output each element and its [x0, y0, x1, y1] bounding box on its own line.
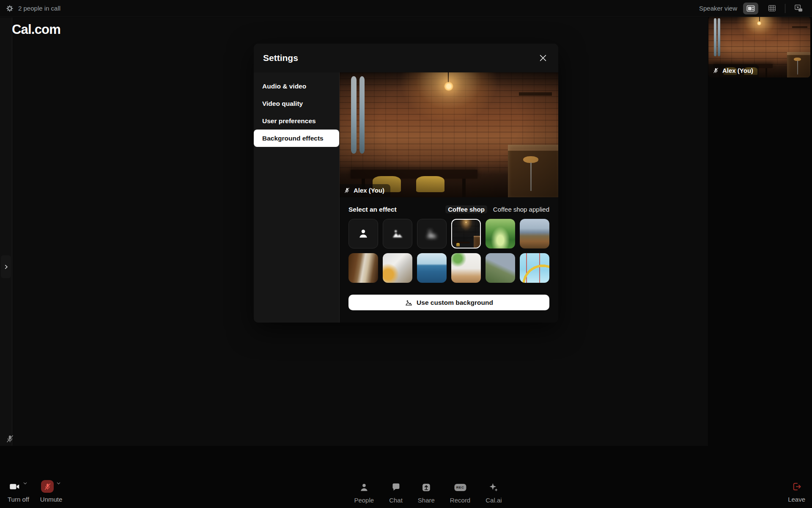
leave-icon — [791, 481, 802, 492]
blurred-image-icon — [391, 227, 404, 240]
speaker-view-toggle[interactable] — [743, 3, 758, 14]
settings-nav: Audio & video Video quality User prefere… — [254, 72, 340, 323]
chat-button-label: Chat — [389, 497, 403, 504]
chat-button[interactable]: Chat — [389, 480, 403, 504]
grid-view-toggle[interactable] — [764, 3, 779, 14]
sparkles-icon — [488, 482, 499, 493]
effect-none[interactable] — [348, 219, 378, 248]
tab-background-effects[interactable]: Background effects — [254, 130, 339, 147]
chevron-down-icon[interactable] — [56, 480, 61, 486]
record-button-label: Record — [450, 497, 470, 504]
muted-mic-icon — [44, 483, 52, 491]
chat-icon — [391, 482, 401, 492]
mic-muted-button[interactable] — [41, 480, 54, 493]
mic-control[interactable]: Unmute — [40, 480, 63, 503]
use-custom-background-button[interactable]: Use custom background — [348, 295, 549, 310]
camera-icon — [9, 481, 20, 492]
effect-hills[interactable] — [520, 219, 549, 248]
tab-video-quality[interactable]: Video quality — [254, 95, 339, 112]
self-video-preview: Alex (You) — [340, 72, 558, 197]
camera-control[interactable]: Turn off — [8, 480, 29, 503]
blurred-image-icon — [425, 227, 438, 240]
picture-in-picture-icon — [794, 3, 804, 13]
video-call-app: 2 people in call Speaker view Cal.com — [0, 0, 812, 508]
self-view-tile[interactable]: Alex (You) — [708, 17, 810, 77]
leave-call-button[interactable]: Leave — [788, 480, 805, 503]
speaker-view-icon — [746, 4, 755, 13]
call-actions-group: People Chat Share REC Record — [354, 480, 502, 504]
record-button[interactable]: REC Record — [450, 480, 470, 504]
background-effects-panel: Alex (You) Select an effect Coffee shop … — [340, 72, 558, 323]
control-bar: Turn off Unmute People — [0, 446, 812, 508]
toolbar-divider — [785, 4, 785, 13]
view-controls-group: Speaker view — [699, 3, 806, 14]
effect-applied-status: Coffee shop applied — [493, 206, 549, 213]
tab-user-preferences[interactable]: User preferences — [254, 112, 339, 130]
preview-name-badge: Alex (You) — [340, 184, 390, 197]
people-button-label: People — [354, 497, 374, 504]
muted-mic-icon — [344, 187, 350, 193]
cal-ai-button-label: Cal.ai — [486, 497, 502, 504]
image-icon — [405, 298, 413, 306]
close-icon — [538, 53, 548, 63]
effects-grid — [348, 219, 549, 283]
muted-mic-icon — [713, 67, 719, 74]
effect-soft-blur[interactable] — [383, 219, 412, 248]
share-screen-icon — [421, 482, 431, 493]
share-button[interactable]: Share — [418, 480, 435, 504]
custom-background-label: Use custom background — [417, 299, 493, 306]
picture-in-picture-button[interactable] — [791, 3, 806, 14]
settings-modal-header: Settings — [254, 44, 558, 72]
leave-button-label: Leave — [788, 496, 805, 503]
device-controls-group: Turn off Unmute — [8, 480, 62, 503]
top-bar: 2 people in call Speaker view — [0, 0, 812, 17]
effect-library[interactable] — [348, 253, 378, 283]
settings-modal-body: Audio & video Video quality User prefere… — [254, 72, 558, 323]
effects-section: Select an effect Coffee shop Coffee shop… — [340, 197, 558, 310]
mic-control-label: Unmute — [40, 496, 63, 503]
effect-rollercoaster[interactable] — [520, 253, 549, 283]
person-icon — [357, 228, 369, 240]
share-button-label: Share — [418, 497, 435, 504]
chevron-down-icon[interactable] — [22, 480, 28, 486]
call-status-group: 2 people in call — [6, 5, 60, 12]
collapsed-sidebar-rail — [0, 17, 12, 446]
participant-name: Alex (You) — [722, 67, 753, 74]
settings-modal: Settings Audio & video Video quality Use… — [254, 44, 558, 323]
cal-com-logo: Cal.com — [12, 22, 60, 37]
settings-gear-icon[interactable] — [6, 5, 14, 12]
preview-participant-name: Alex (You) — [354, 187, 384, 194]
chevron-right-icon — [3, 264, 9, 270]
grid-view-icon — [768, 4, 776, 13]
effect-strong-blur[interactable] — [417, 219, 447, 248]
close-settings-button[interactable] — [537, 52, 549, 64]
view-mode-label: Speaker view — [699, 5, 737, 12]
cal-ai-button[interactable]: Cal.ai — [486, 480, 502, 504]
effect-white-room[interactable] — [451, 253, 481, 283]
effect-living-room[interactable] — [383, 253, 412, 283]
people-button[interactable]: People — [354, 480, 374, 504]
effect-ocean[interactable] — [417, 253, 447, 283]
effect-coffee-shop[interactable] — [451, 219, 481, 248]
camera-control-label: Turn off — [8, 496, 29, 503]
participant-name-badge: Alex (You) — [708, 64, 759, 77]
effect-hover-tooltip: Coffee shop — [445, 205, 487, 213]
settings-title: Settings — [263, 53, 298, 63]
effects-header-row: Select an effect Coffee shop Coffee shop… — [348, 205, 549, 213]
stage-muted-mic-icon — [5, 434, 14, 443]
expand-sidebar-button[interactable] — [1, 255, 11, 278]
people-icon — [359, 482, 369, 493]
select-effect-label: Select an effect — [348, 206, 397, 213]
record-icon: REC — [454, 484, 466, 491]
tab-audio-video[interactable]: Audio & video — [254, 77, 339, 95]
effect-forest[interactable] — [486, 219, 515, 248]
people-in-call-status: 2 people in call — [18, 5, 60, 12]
effect-plants[interactable] — [486, 253, 515, 283]
